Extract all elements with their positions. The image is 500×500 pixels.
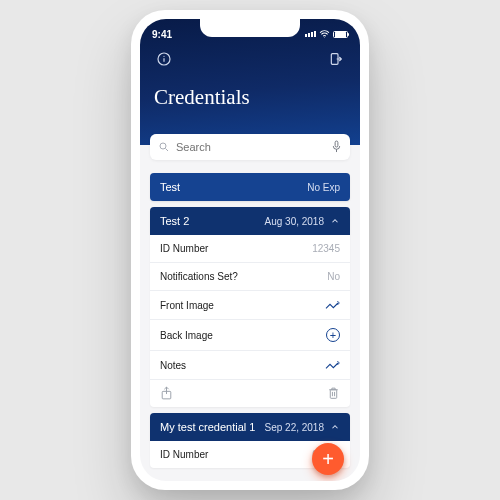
detail-action-row [150, 380, 350, 407]
top-bar [152, 47, 348, 71]
detail-row-id: ID Number 12345 [150, 235, 350, 263]
credential-item-test[interactable]: Test No Exp [150, 173, 350, 201]
search-bar[interactable] [150, 134, 350, 160]
credential-meta: Sep 22, 2018 [265, 422, 325, 433]
credential-name: Test [160, 181, 180, 193]
detail-row-notifications: Notifications Set? No [150, 263, 350, 291]
signal-icon [305, 31, 316, 37]
device-notch [200, 19, 300, 37]
add-credential-fab[interactable]: + [312, 443, 344, 475]
credential-detail-card: ID Number 12345 Notifications Set? No Fr… [150, 235, 350, 407]
detail-label: Notifications Set? [160, 271, 238, 282]
svg-point-0 [324, 37, 325, 38]
chevron-up-icon [330, 422, 340, 432]
chevron-up-icon [330, 216, 340, 226]
battery-icon [333, 31, 348, 38]
edit-icon[interactable] [324, 359, 340, 371]
credential-item-mytest[interactable]: My test credential 1 Sep 22, 2018 [150, 413, 350, 441]
detail-label: Back Image [160, 330, 213, 341]
svg-point-3 [163, 56, 164, 57]
exit-icon[interactable] [326, 49, 346, 69]
share-icon[interactable] [160, 386, 173, 401]
detail-label: Notes [160, 360, 186, 371]
credential-meta: Aug 30, 2018 [265, 216, 325, 227]
page-title: Credentials [154, 85, 348, 110]
edit-icon[interactable] [324, 299, 340, 311]
search-icon [158, 141, 170, 153]
svg-point-5 [160, 143, 166, 149]
detail-row-front-image[interactable]: Front Image [150, 291, 350, 320]
search-input[interactable] [176, 141, 331, 153]
detail-value: No [327, 271, 340, 282]
trash-icon[interactable] [327, 386, 340, 401]
app-header: 9:41 Credentials [140, 19, 360, 145]
credential-name: Test 2 [160, 215, 189, 227]
detail-label: Front Image [160, 300, 214, 311]
detail-row-back-image[interactable]: Back Image + [150, 320, 350, 351]
detail-value: 12345 [312, 243, 340, 254]
svg-rect-10 [330, 390, 336, 399]
content-area: Test No Exp Test 2 Aug 30, 2018 ID Numbe… [140, 145, 360, 468]
plus-icon: + [322, 448, 334, 471]
detail-label: ID Number [160, 449, 208, 460]
wifi-icon [319, 30, 330, 38]
info-icon[interactable] [154, 49, 174, 69]
detail-label: ID Number [160, 243, 208, 254]
status-time: 9:41 [152, 29, 172, 40]
svg-rect-7 [335, 141, 338, 147]
svg-line-6 [166, 149, 169, 152]
credential-name: My test credential 1 [160, 421, 255, 433]
credential-meta: No Exp [307, 182, 340, 193]
credential-item-test2[interactable]: Test 2 Aug 30, 2018 [150, 207, 350, 235]
add-icon[interactable]: + [326, 328, 340, 342]
mic-icon[interactable] [331, 140, 342, 154]
detail-row-notes[interactable]: Notes [150, 351, 350, 380]
